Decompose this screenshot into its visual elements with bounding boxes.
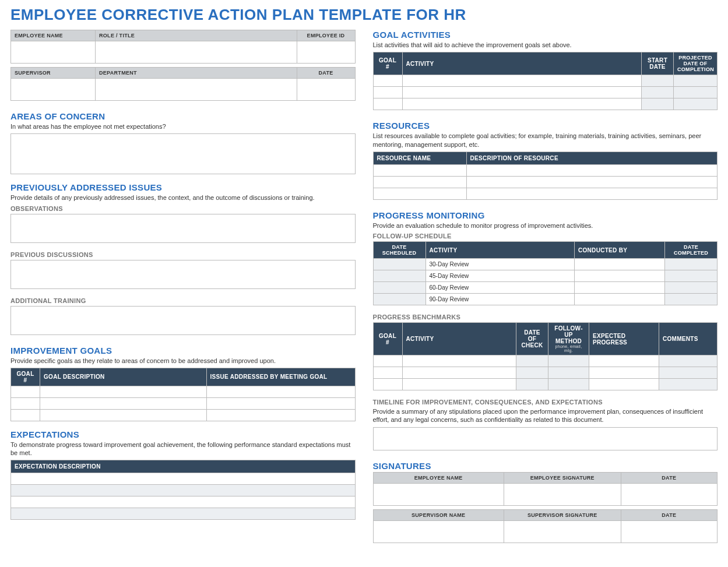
cell-emp-sig[interactable]: [504, 483, 621, 505]
cell-department[interactable]: [96, 79, 297, 101]
th-emp-name: EMPLOYEE NAME: [373, 472, 504, 483]
table-row: [11, 386, 356, 397]
table-row: [11, 508, 356, 520]
table-row: [11, 496, 356, 508]
cell-date[interactable]: [297, 79, 355, 101]
resources-desc: List resources available to complete goa…: [373, 132, 718, 149]
disc-label: PREVIOUS DISCUSSIONS: [10, 251, 356, 258]
th-b-goal: GOAL #: [373, 323, 402, 355]
cell-role-title[interactable]: [96, 41, 297, 64]
cell-review: 60-Day Review: [425, 282, 575, 294]
cell-sup-sig[interactable]: [504, 520, 621, 543]
th-act-activity: ACTIVITY: [402, 52, 642, 75]
th-issue: ISSUE ADDRESSED BY MEETING GOAL: [206, 368, 355, 386]
th-expect-desc: EXPECTATION DESCRIPTION: [11, 460, 356, 473]
supervisor-sig-table: SUPERVISOR NAME SUPERVISOR SIGNATURE DAT…: [373, 509, 718, 543]
table-row: [373, 379, 718, 390]
timeline-textbox[interactable]: [373, 427, 718, 450]
table-row: [11, 409, 356, 421]
page-title: EMPLOYEE CORRECTIVE ACTION PLAN TEMPLATE…: [10, 6, 718, 24]
th-sup-name: SUPERVISOR NAME: [373, 509, 504, 520]
areas-title: AREAS OF CONCERN: [10, 111, 356, 121]
cell-sup-name[interactable]: [373, 520, 504, 543]
sigs-title: SIGNATURES: [373, 461, 718, 471]
goals-table: GOAL # GOAL DESCRIPTION ISSUE ADDRESSED …: [10, 368, 356, 421]
areas-textbox[interactable]: [10, 133, 356, 174]
goals-desc: Provide specific goals as they relate to…: [10, 357, 356, 365]
th-sched-completed: DATE COMPLETED: [665, 242, 718, 259]
table-row: [11, 485, 356, 496]
th-goal-desc: GOAL DESCRIPTION: [40, 368, 207, 386]
table-row: [373, 98, 718, 110]
th-emp-date: DATE: [621, 472, 717, 483]
cell-sup-date[interactable]: [621, 520, 717, 543]
activities-table: GOAL # ACTIVITY START DATE PROJECTED DAT…: [373, 52, 718, 110]
th-supervisor: SUPERVISOR: [11, 68, 96, 79]
cell-review: 45-Day Review: [425, 270, 575, 282]
th-emp-sig: EMPLOYEE SIGNATURE: [504, 472, 621, 483]
th-date: DATE: [297, 68, 355, 79]
th-act-goal: GOAL #: [373, 52, 402, 75]
cell-employee-name[interactable]: [11, 41, 96, 64]
monitor-title: PROGRESS MONITORING: [373, 210, 718, 220]
th-sched-conducted: CONDUCTED BY: [575, 242, 665, 259]
th-b-method: FOLLOW-UP METHODphone, email, mtg.: [548, 323, 589, 355]
cell-review: 30-Day Review: [425, 259, 575, 270]
goals-title: IMPROVEMENT GOALS: [10, 346, 356, 355]
table-row: [373, 164, 718, 176]
train-textbox[interactable]: [10, 306, 356, 335]
th-sched-activity: ACTIVITY: [425, 242, 575, 259]
obs-label: OBSERVATIONS: [10, 205, 356, 212]
th-sched-date: DATE SCHEDULED: [373, 242, 425, 259]
employee-sig-table: EMPLOYEE NAME EMPLOYEE SIGNATURE DATE: [373, 472, 718, 506]
table-row: [373, 176, 718, 188]
table-row: [373, 75, 718, 87]
table-row: 60-Day Review: [373, 282, 718, 294]
table-row: [373, 87, 718, 98]
cell-review: 90-Day Review: [425, 294, 575, 305]
cell-employee-id[interactable]: [297, 41, 355, 64]
train-label: ADDITIONAL TRAINING: [10, 297, 356, 304]
expect-desc: To demonstrate progress toward improveme…: [10, 441, 356, 457]
resources-table: RESOURCE NAME DESCRIPTION OF RESOURCE: [373, 152, 718, 200]
th-b-activity: ACTIVITY: [402, 323, 516, 355]
left-column: EMPLOYEE NAME ROLE / TITLE EMPLOYEE ID S…: [10, 30, 356, 551]
supervisor-info-table: SUPERVISOR DEPARTMENT DATE: [10, 67, 356, 101]
table-row: [11, 397, 356, 409]
employee-info-table: EMPLOYEE NAME ROLE / TITLE EMPLOYEE ID: [10, 30, 356, 64]
table-row: [11, 473, 356, 485]
table-row: [373, 355, 718, 367]
th-employee-name: EMPLOYEE NAME: [11, 30, 96, 41]
activities-title: GOAL ACTIVITIES: [373, 30, 718, 40]
th-res-desc: DESCRIPTION OF RESOURCE: [466, 152, 718, 164]
disc-textbox[interactable]: [10, 260, 356, 289]
expect-table: EXPECTATION DESCRIPTION: [10, 460, 356, 520]
th-b-expected: EXPECTED PROGRESS: [589, 323, 659, 355]
benchmark-table: GOAL # ACTIVITY DATE OF CHECK FOLLOW-UP …: [373, 322, 718, 390]
obs-textbox[interactable]: [10, 214, 356, 243]
cell-emp-date[interactable]: [621, 483, 717, 505]
right-column: GOAL ACTIVITIES List activities that wil…: [373, 30, 718, 551]
table-row: [373, 188, 718, 199]
th-sup-date: DATE: [621, 509, 717, 520]
timeline-desc: Provide a summary of any stipulations pl…: [373, 407, 718, 424]
table-row: 90-Day Review: [373, 294, 718, 305]
prev-title: PREVIOUSLY ADDRESSED ISSUES: [10, 182, 356, 192]
followup-label: FOLLOW-UP SCHEDULE: [373, 233, 718, 240]
th-res-name: RESOURCE NAME: [373, 152, 466, 164]
activities-desc: List activities that will aid to achieve…: [373, 41, 718, 49]
th-act-start: START DATE: [642, 52, 674, 75]
th-employee-id: EMPLOYEE ID: [297, 30, 355, 41]
cell-emp-name[interactable]: [373, 483, 504, 505]
expect-title: EXPECTATIONS: [10, 429, 356, 439]
th-sup-sig: SUPERVISOR SIGNATURE: [504, 509, 621, 520]
th-role-title: ROLE / TITLE: [96, 30, 297, 41]
cell-supervisor[interactable]: [11, 79, 96, 101]
table-row: [373, 367, 718, 379]
th-b-comments: COMMENTS: [659, 323, 718, 355]
th-act-proj: PROJECTED DATE OF COMPLETION: [674, 52, 718, 75]
th-department: DEPARTMENT: [96, 68, 297, 79]
resources-title: RESOURCES: [373, 121, 718, 131]
prev-desc: Provide details of any previously addres…: [10, 193, 356, 202]
table-row: 45-Day Review: [373, 270, 718, 282]
